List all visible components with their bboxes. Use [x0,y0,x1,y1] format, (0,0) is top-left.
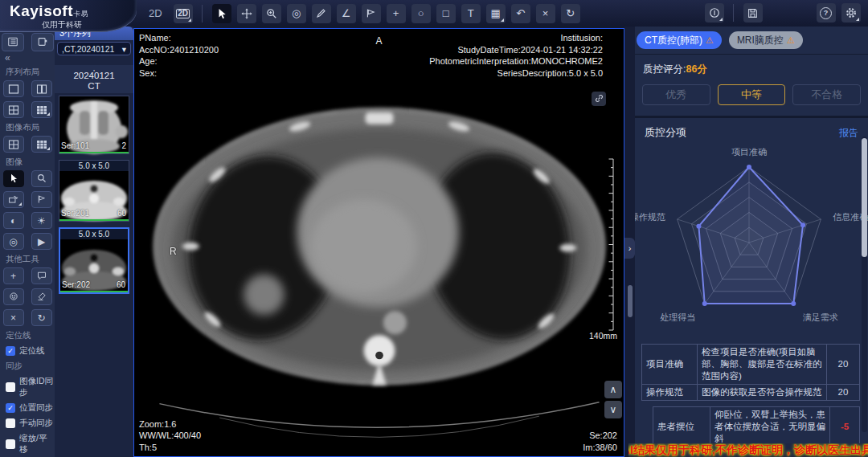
thumbnail-series-desc: 5.0 x 5.0 [59,161,129,171]
layout-2x2-button[interactable] [3,101,24,118]
ellipse-tool-button[interactable]: ○ [411,4,431,23]
checkbox-checked[interactable]: ✓ [6,346,15,356]
panel-scrollbar-thumb[interactable] [862,138,867,257]
img-layout-3x3-button[interactable] [31,136,52,153]
zoom-tool-button[interactable] [262,4,281,23]
sync-id-checkbox-row[interactable]: 图像ID同步 [6,376,55,398]
toolbar-separator [733,4,734,22]
info-icon [709,7,720,18]
side-comment-button[interactable] [31,267,52,284]
sync-zoom-pan-checkbox-row[interactable]: 缩放/平移 [6,433,55,455]
crosshair-tool-button[interactable]: + [387,4,406,23]
play-icon: ▶ [38,237,45,247]
qc-panel: CT质控(肺部) ⚠ MRI脑质控 ⚠ 质控评分:86分 优秀 中等 不合格 质… [635,27,868,457]
side-brightness-button[interactable]: ☀ [31,212,52,229]
scroll-up-button[interactable]: ∧ [604,381,622,398]
side-cross-button[interactable]: + [3,267,24,284]
tab-mri-qc[interactable]: MRI脑质控 ⚠ [729,31,803,49]
layout-1x1-button[interactable] [3,80,24,97]
frames-icon: ▦ [490,8,500,18]
side-eraser-button[interactable] [31,288,52,305]
undo-icon: ↶ [516,8,525,18]
side-cine-button[interactable]: ▶ [31,233,52,250]
pencil-tool-button[interactable] [312,4,331,23]
locator-checkbox-row[interactable]: ✓ 定位线 [6,345,55,357]
side-localizer-button[interactable]: ◎ [3,233,24,250]
help-icon: ? [820,7,832,19]
reset-button[interactable]: ↻ [561,4,580,23]
side-delete-button[interactable]: × [3,309,24,326]
scroll-down-button[interactable]: ∨ [604,401,622,418]
sync-position-checkbox-row[interactable]: ✓ 位置同步 [6,402,55,414]
checkbox-unchecked[interactable] [6,418,15,428]
checkbox-label: 缩放/平移 [19,433,55,455]
series-thumbnail-202[interactable]: 5.0 x 5.0 Ser:202 60 [59,227,129,294]
frames-tool-button[interactable]: ▦ [486,4,506,23]
img-layout-2x2-button[interactable] [3,136,24,153]
report-panel-button[interactable] [31,33,54,51]
dicom-viewer-app: 2D 2D ◎ ∠ + ○ □ [0,0,868,457]
pan-tool-button[interactable] [237,4,256,23]
rectangle-tool-button[interactable]: □ [436,4,456,23]
thumbnail-image-count: 2 [121,141,126,150]
side-flag-button[interactable] [31,191,52,208]
worklist-icon [7,36,18,49]
main-viewport[interactable]: PName: AccNO:2401210200 Age: Sex: A R In… [133,28,624,457]
report-link[interactable]: 报告 [839,126,858,140]
mode-2d-button[interactable]: 2D [174,4,193,23]
crosshair-icon: + [393,8,399,18]
worklist-button[interactable] [2,33,24,51]
text-tool-button[interactable]: T [461,4,481,23]
grade-fail-button[interactable]: 不合格 [792,84,861,105]
info-button[interactable] [705,3,724,22]
zoom-in-icon [266,8,277,19]
side-reset-button[interactable]: ↻ [31,309,52,326]
expand-panel-handle[interactable]: › [624,238,635,259]
layout-3x3-button[interactable] [31,101,52,118]
probe-tool-button[interactable] [362,4,381,23]
refresh-icon: ↻ [37,313,45,323]
series-thumbnail-101[interactable]: Ser:101 2 [59,96,129,154]
tab-ct-qc[interactable]: CT质控(肺部) ⚠ [637,31,722,49]
side-contrast-button[interactable]: ◐ [3,212,24,229]
checkbox-unchecked[interactable] [6,382,15,392]
grade-medium-button[interactable]: 中等 [718,84,786,105]
help-button[interactable]: ? [817,3,836,22]
collapse-panel-button[interactable]: « [5,53,55,63]
thumbnail-series-desc: 5.0 x 5.0 [60,229,128,239]
table-row: 操作规范 图像的获取是否符合操作规范 20 [642,385,860,401]
side-pointer-button[interactable] [3,170,24,187]
radar-chart: 项目准确信息准确满足需求处理得当操作规范 [635,140,868,342]
layout-1x2-button[interactable] [31,80,52,97]
series-thumbnail-201[interactable]: 5.0 x 5.0 Ser:201 60 [59,160,129,222]
angle-icon: ∠ [342,8,351,18]
table-row: 项目准确 检查项目是否准确(项目如脑部、胸部、腹部是否在标准的范围内容) 20 [642,345,860,385]
link-series-button[interactable] [592,92,606,106]
orientation-marker-right: R [170,246,177,258]
angle-tool-button[interactable]: ∠ [337,4,356,23]
delete-annotation-button[interactable]: × [536,4,555,23]
undo-button[interactable]: ↶ [511,4,530,23]
chevron-up-icon: ∧ [610,384,617,395]
sync-manual-checkbox-row[interactable]: 手动同步 [6,418,55,429]
thumbnail-image-count: 60 [117,209,126,218]
thumbnail-image-count: 60 [117,280,125,289]
study-dropdown[interactable]: ,CT,20240121 ▾ [57,42,131,55]
settings-button[interactable] [841,3,861,22]
grade-excellent-button[interactable]: 优秀 [642,84,710,105]
close-icon: × [10,313,16,323]
pointer-tool-button[interactable] [212,4,231,23]
side-annotate-button[interactable] [3,288,24,305]
side-rotate-button[interactable] [3,191,24,208]
study-group-header[interactable]: , 20240121 CT [55,65,133,93]
ct-axial-image [145,51,613,426]
checkbox-unchecked[interactable] [6,439,15,449]
link-icon [595,92,604,106]
side-magnify-button[interactable] [31,170,52,187]
save-button[interactable] [743,3,763,22]
qc-subsection-title: 质控分项 [645,125,686,140]
checkbox-checked[interactable]: ✓ [6,403,15,413]
rail-scrollbar-thumb[interactable] [628,285,633,317]
window-level-icon: ◎ [292,8,301,18]
window-level-tool-button[interactable]: ◎ [287,4,306,23]
